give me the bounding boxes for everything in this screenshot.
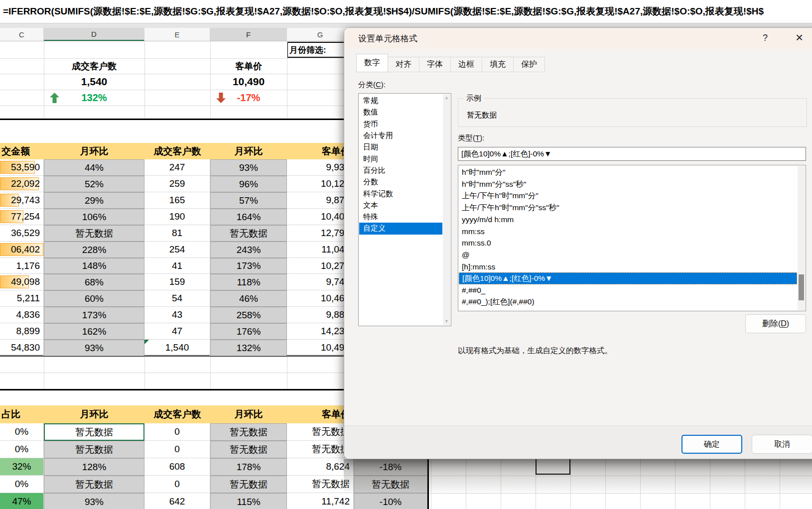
table-cell[interactable]: 暂无数据: [287, 476, 354, 493]
type-list-item[interactable]: [颜色10]0%▲;[红色]-0%▼: [459, 272, 797, 284]
table-cell[interactable]: 46%: [210, 290, 287, 307]
table-cell[interactable]: 29%: [44, 192, 144, 209]
table-cell[interactable]: 128%: [44, 458, 144, 476]
table-cell[interactable]: 57%: [210, 192, 287, 209]
type-list-item[interactable]: @: [459, 249, 797, 261]
table-cell[interactable]: 81: [144, 225, 210, 242]
type-list-item[interactable]: 上午/下午h"时"mm"分": [459, 190, 797, 202]
table-cell[interactable]: 0%: [0, 441, 44, 458]
category-list[interactable]: 常规数值货币会计专用日期时间百分比分数科学记数文本特殊自定义 ▲ ▼: [358, 93, 451, 326]
close-icon[interactable]: ×: [796, 30, 803, 45]
table-cell[interactable]: 173%: [44, 307, 144, 323]
column-header-E[interactable]: E: [144, 28, 210, 41]
table-header-cell[interactable]: 月环比: [44, 405, 144, 423]
table-cell[interactable]: 暂无数据: [44, 476, 144, 493]
table-cell[interactable]: 0: [144, 476, 210, 493]
table-cell[interactable]: 642: [144, 493, 210, 509]
category-item[interactable]: 特殊: [359, 211, 442, 223]
table-cell[interactable]: 47: [144, 323, 210, 340]
table-cell[interactable]: 22,092: [0, 176, 44, 192]
table-cell[interactable]: 8,624: [287, 458, 354, 476]
column-header-D[interactable]: D: [44, 28, 144, 41]
type-list-item[interactable]: 上午/下午h"时"mm"分"ss"秒": [459, 202, 797, 214]
tab-保护[interactable]: 保护: [513, 57, 545, 72]
table-cell[interactable]: 164%: [210, 209, 287, 225]
table-cell[interactable]: 1,540: [144, 340, 210, 356]
table-cell[interactable]: 32%: [0, 458, 44, 476]
column-header-F[interactable]: F: [210, 28, 287, 41]
tab-字体[interactable]: 字体: [419, 57, 451, 72]
table-cell[interactable]: 254: [144, 242, 210, 258]
table-cell[interactable]: 54: [144, 290, 210, 307]
table-cell[interactable]: 暂无数据: [210, 441, 287, 458]
table-cell[interactable]: -18%: [354, 458, 427, 476]
table-cell[interactable]: 132%: [210, 340, 287, 356]
metric-price-value[interactable]: 10,490: [210, 74, 287, 90]
category-item[interactable]: 文本: [359, 200, 442, 211]
table-cell[interactable]: 106%: [44, 209, 144, 225]
table-cell[interactable]: 162%: [44, 323, 144, 340]
table-header-cell[interactable]: 占比: [0, 405, 44, 423]
active-cell[interactable]: 暂无数据: [44, 423, 144, 441]
table-cell[interactable]: 暂无数据: [210, 423, 287, 441]
table-cell[interactable]: 0: [144, 423, 210, 441]
column-header-C[interactable]: C: [0, 28, 44, 41]
table-cell[interactable]: 暂无数据: [354, 476, 427, 493]
table-cell[interactable]: 41: [144, 258, 210, 274]
table-cell[interactable]: 96%: [210, 176, 287, 192]
type-list-item[interactable]: h"时"mm"分": [459, 167, 797, 179]
table-cell[interactable]: 1,176: [0, 258, 44, 274]
type-input[interactable]: [颜色10]0%▲;[红色]-0%▼: [458, 147, 806, 161]
type-list-item[interactable]: mm:ss: [459, 226, 797, 238]
help-icon[interactable]: ?: [763, 33, 768, 43]
type-scrollbar[interactable]: [798, 166, 805, 310]
tab-填充[interactable]: 填充: [482, 57, 514, 72]
table-cell[interactable]: 115%: [210, 493, 287, 509]
category-item[interactable]: 分数: [359, 176, 442, 188]
table-cell[interactable]: 77,254: [0, 209, 44, 225]
category-item[interactable]: 自定义: [359, 223, 442, 234]
table-cell[interactable]: 165: [144, 192, 210, 209]
table-cell[interactable]: 47%: [0, 493, 44, 509]
metric-customers-value[interactable]: 1,540: [44, 74, 144, 90]
table-header-cell[interactable]: 成交客户数: [144, 143, 210, 159]
metric-price-title[interactable]: 客单价: [210, 58, 287, 74]
table-cell[interactable]: 243%: [210, 242, 287, 258]
metric-customers-change[interactable]: 132%: [44, 90, 144, 106]
table-cell[interactable]: 53,590: [0, 159, 44, 176]
tab-数字[interactable]: 数字: [356, 54, 388, 72]
table-cell[interactable]: 259: [144, 176, 210, 192]
type-list-item[interactable]: #,##0_: [459, 284, 797, 296]
table-cell[interactable]: 93%: [44, 493, 144, 509]
table-cell[interactable]: 49,098: [0, 274, 44, 290]
table-header-cell[interactable]: 月环比: [210, 143, 287, 159]
table-cell[interactable]: 52%: [44, 176, 144, 192]
type-list-item[interactable]: #,##0_);[红色](#,##0): [459, 296, 797, 308]
table-cell[interactable]: 36,529: [0, 225, 44, 242]
table-cell[interactable]: 0: [144, 441, 210, 458]
table-cell[interactable]: 5,211: [0, 290, 44, 307]
scroll-up-icon[interactable]: ▲: [444, 94, 449, 102]
metric-customers-title[interactable]: 成交客户数: [44, 58, 144, 74]
table-cell[interactable]: 247: [144, 159, 210, 176]
bordered-cell[interactable]: [536, 459, 570, 475]
table-cell[interactable]: 118%: [210, 274, 287, 290]
table-cell[interactable]: 93%: [44, 340, 144, 356]
category-item[interactable]: 日期: [359, 141, 442, 153]
table-header-cell[interactable]: 成交客户数: [144, 405, 210, 423]
table-cell[interactable]: 44%: [44, 159, 144, 176]
category-item[interactable]: 会计专用: [359, 130, 442, 141]
table-cell[interactable]: 29,743: [0, 192, 44, 209]
table-cell[interactable]: 暂无数据: [210, 476, 287, 493]
table-cell[interactable]: 54,830: [0, 340, 44, 356]
category-item[interactable]: 时间: [359, 153, 442, 164]
scroll-down-icon[interactable]: ▼: [444, 318, 449, 325]
table-cell[interactable]: 68%: [44, 274, 144, 290]
delete-button[interactable]: 删除(D): [745, 314, 806, 333]
table-cell[interactable]: 190: [144, 209, 210, 225]
cancel-button[interactable]: 取消: [752, 435, 812, 454]
table-header-cell[interactable]: 月环比: [210, 405, 287, 423]
table-cell[interactable]: 4,836: [0, 307, 44, 323]
category-item[interactable]: 科学记数: [359, 188, 442, 199]
table-cell[interactable]: 148%: [44, 258, 144, 274]
